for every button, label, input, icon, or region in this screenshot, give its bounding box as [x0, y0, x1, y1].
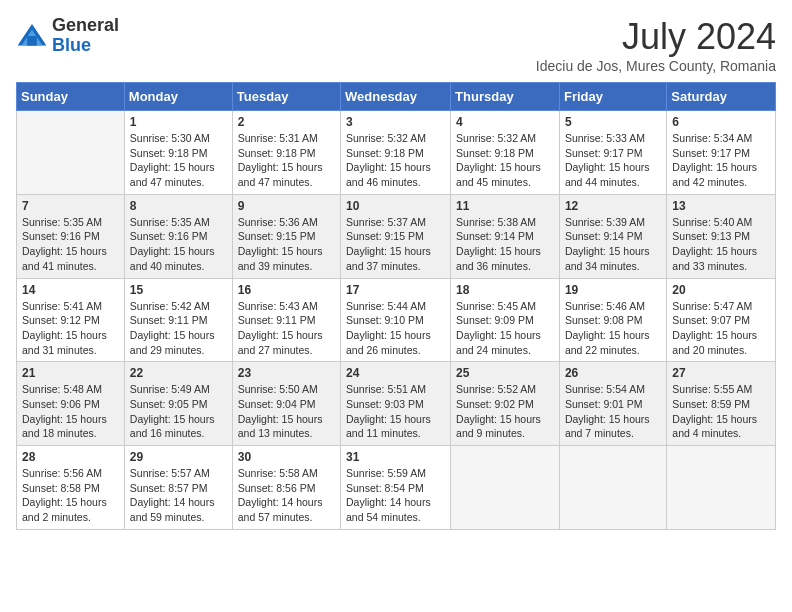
- calendar-week-row: 1Sunrise: 5:30 AM Sunset: 9:18 PM Daylig…: [17, 111, 776, 195]
- logo-general: General: [52, 16, 119, 36]
- calendar-cell: 21Sunrise: 5:48 AM Sunset: 9:06 PM Dayli…: [17, 362, 125, 446]
- calendar-cell: 2Sunrise: 5:31 AM Sunset: 9:18 PM Daylig…: [232, 111, 340, 195]
- cell-info: Sunrise: 5:36 AM Sunset: 9:15 PM Dayligh…: [238, 215, 335, 274]
- day-number: 6: [672, 115, 770, 129]
- calendar-cell: 31Sunrise: 5:59 AM Sunset: 8:54 PM Dayli…: [341, 446, 451, 530]
- cell-info: Sunrise: 5:47 AM Sunset: 9:07 PM Dayligh…: [672, 299, 770, 358]
- day-number: 24: [346, 366, 445, 380]
- calendar-cell: 24Sunrise: 5:51 AM Sunset: 9:03 PM Dayli…: [341, 362, 451, 446]
- cell-info: Sunrise: 5:50 AM Sunset: 9:04 PM Dayligh…: [238, 382, 335, 441]
- cell-info: Sunrise: 5:57 AM Sunset: 8:57 PM Dayligh…: [130, 466, 227, 525]
- cell-info: Sunrise: 5:35 AM Sunset: 9:16 PM Dayligh…: [22, 215, 119, 274]
- calendar-cell: 10Sunrise: 5:37 AM Sunset: 9:15 PM Dayli…: [341, 194, 451, 278]
- calendar-cell: 26Sunrise: 5:54 AM Sunset: 9:01 PM Dayli…: [559, 362, 666, 446]
- cell-info: Sunrise: 5:58 AM Sunset: 8:56 PM Dayligh…: [238, 466, 335, 525]
- day-number: 23: [238, 366, 335, 380]
- cell-info: Sunrise: 5:44 AM Sunset: 9:10 PM Dayligh…: [346, 299, 445, 358]
- cell-info: Sunrise: 5:41 AM Sunset: 9:12 PM Dayligh…: [22, 299, 119, 358]
- day-number: 29: [130, 450, 227, 464]
- day-number: 5: [565, 115, 661, 129]
- logo-icon: [16, 20, 48, 52]
- calendar-cell: [451, 446, 560, 530]
- calendar-cell: 22Sunrise: 5:49 AM Sunset: 9:05 PM Dayli…: [124, 362, 232, 446]
- cell-info: Sunrise: 5:30 AM Sunset: 9:18 PM Dayligh…: [130, 131, 227, 190]
- calendar-table: SundayMondayTuesdayWednesdayThursdayFrid…: [16, 82, 776, 530]
- cell-info: Sunrise: 5:59 AM Sunset: 8:54 PM Dayligh…: [346, 466, 445, 525]
- day-number: 21: [22, 366, 119, 380]
- calendar-week-row: 7Sunrise: 5:35 AM Sunset: 9:16 PM Daylig…: [17, 194, 776, 278]
- location: Ideciu de Jos, Mures County, Romania: [536, 58, 776, 74]
- cell-info: Sunrise: 5:39 AM Sunset: 9:14 PM Dayligh…: [565, 215, 661, 274]
- calendar-day-header: Monday: [124, 83, 232, 111]
- calendar-cell: 28Sunrise: 5:56 AM Sunset: 8:58 PM Dayli…: [17, 446, 125, 530]
- day-number: 12: [565, 199, 661, 213]
- cell-info: Sunrise: 5:35 AM Sunset: 9:16 PM Dayligh…: [130, 215, 227, 274]
- day-number: 28: [22, 450, 119, 464]
- cell-info: Sunrise: 5:34 AM Sunset: 9:17 PM Dayligh…: [672, 131, 770, 190]
- day-number: 10: [346, 199, 445, 213]
- logo-text: General Blue: [52, 16, 119, 56]
- day-number: 1: [130, 115, 227, 129]
- calendar-day-header: Tuesday: [232, 83, 340, 111]
- calendar-cell: 9Sunrise: 5:36 AM Sunset: 9:15 PM Daylig…: [232, 194, 340, 278]
- day-number: 2: [238, 115, 335, 129]
- calendar-week-row: 21Sunrise: 5:48 AM Sunset: 9:06 PM Dayli…: [17, 362, 776, 446]
- cell-info: Sunrise: 5:43 AM Sunset: 9:11 PM Dayligh…: [238, 299, 335, 358]
- month-title: July 2024: [536, 16, 776, 58]
- calendar-day-header: Wednesday: [341, 83, 451, 111]
- calendar-day-header: Thursday: [451, 83, 560, 111]
- cell-info: Sunrise: 5:42 AM Sunset: 9:11 PM Dayligh…: [130, 299, 227, 358]
- calendar-day-header: Saturday: [667, 83, 776, 111]
- calendar-cell: 19Sunrise: 5:46 AM Sunset: 9:08 PM Dayli…: [559, 278, 666, 362]
- calendar-cell: 3Sunrise: 5:32 AM Sunset: 9:18 PM Daylig…: [341, 111, 451, 195]
- day-number: 20: [672, 283, 770, 297]
- day-number: 30: [238, 450, 335, 464]
- cell-info: Sunrise: 5:54 AM Sunset: 9:01 PM Dayligh…: [565, 382, 661, 441]
- day-number: 22: [130, 366, 227, 380]
- calendar-cell: 17Sunrise: 5:44 AM Sunset: 9:10 PM Dayli…: [341, 278, 451, 362]
- calendar-cell: 20Sunrise: 5:47 AM Sunset: 9:07 PM Dayli…: [667, 278, 776, 362]
- day-number: 3: [346, 115, 445, 129]
- cell-info: Sunrise: 5:38 AM Sunset: 9:14 PM Dayligh…: [456, 215, 554, 274]
- day-number: 11: [456, 199, 554, 213]
- calendar-cell: 13Sunrise: 5:40 AM Sunset: 9:13 PM Dayli…: [667, 194, 776, 278]
- day-number: 13: [672, 199, 770, 213]
- calendar-cell: 16Sunrise: 5:43 AM Sunset: 9:11 PM Dayli…: [232, 278, 340, 362]
- calendar-cell: [667, 446, 776, 530]
- calendar-day-header: Friday: [559, 83, 666, 111]
- day-number: 19: [565, 283, 661, 297]
- calendar-cell: 1Sunrise: 5:30 AM Sunset: 9:18 PM Daylig…: [124, 111, 232, 195]
- cell-info: Sunrise: 5:32 AM Sunset: 9:18 PM Dayligh…: [456, 131, 554, 190]
- calendar-cell: 7Sunrise: 5:35 AM Sunset: 9:16 PM Daylig…: [17, 194, 125, 278]
- calendar-cell: 5Sunrise: 5:33 AM Sunset: 9:17 PM Daylig…: [559, 111, 666, 195]
- calendar-cell: 30Sunrise: 5:58 AM Sunset: 8:56 PM Dayli…: [232, 446, 340, 530]
- calendar-cell: 29Sunrise: 5:57 AM Sunset: 8:57 PM Dayli…: [124, 446, 232, 530]
- cell-info: Sunrise: 5:48 AM Sunset: 9:06 PM Dayligh…: [22, 382, 119, 441]
- logo: General Blue: [16, 16, 119, 56]
- calendar-cell: 25Sunrise: 5:52 AM Sunset: 9:02 PM Dayli…: [451, 362, 560, 446]
- day-number: 17: [346, 283, 445, 297]
- day-number: 27: [672, 366, 770, 380]
- cell-info: Sunrise: 5:49 AM Sunset: 9:05 PM Dayligh…: [130, 382, 227, 441]
- title-section: July 2024 Ideciu de Jos, Mures County, R…: [536, 16, 776, 74]
- calendar-cell: 12Sunrise: 5:39 AM Sunset: 9:14 PM Dayli…: [559, 194, 666, 278]
- day-number: 25: [456, 366, 554, 380]
- cell-info: Sunrise: 5:56 AM Sunset: 8:58 PM Dayligh…: [22, 466, 119, 525]
- cell-info: Sunrise: 5:32 AM Sunset: 9:18 PM Dayligh…: [346, 131, 445, 190]
- day-number: 7: [22, 199, 119, 213]
- calendar-cell: [17, 111, 125, 195]
- cell-info: Sunrise: 5:52 AM Sunset: 9:02 PM Dayligh…: [456, 382, 554, 441]
- calendar-cell: 15Sunrise: 5:42 AM Sunset: 9:11 PM Dayli…: [124, 278, 232, 362]
- day-number: 15: [130, 283, 227, 297]
- day-number: 16: [238, 283, 335, 297]
- calendar-cell: 18Sunrise: 5:45 AM Sunset: 9:09 PM Dayli…: [451, 278, 560, 362]
- calendar-day-header: Sunday: [17, 83, 125, 111]
- day-number: 31: [346, 450, 445, 464]
- cell-info: Sunrise: 5:46 AM Sunset: 9:08 PM Dayligh…: [565, 299, 661, 358]
- calendar-cell: 4Sunrise: 5:32 AM Sunset: 9:18 PM Daylig…: [451, 111, 560, 195]
- cell-info: Sunrise: 5:37 AM Sunset: 9:15 PM Dayligh…: [346, 215, 445, 274]
- day-number: 8: [130, 199, 227, 213]
- calendar-cell: [559, 446, 666, 530]
- calendar-week-row: 28Sunrise: 5:56 AM Sunset: 8:58 PM Dayli…: [17, 446, 776, 530]
- calendar-cell: 8Sunrise: 5:35 AM Sunset: 9:16 PM Daylig…: [124, 194, 232, 278]
